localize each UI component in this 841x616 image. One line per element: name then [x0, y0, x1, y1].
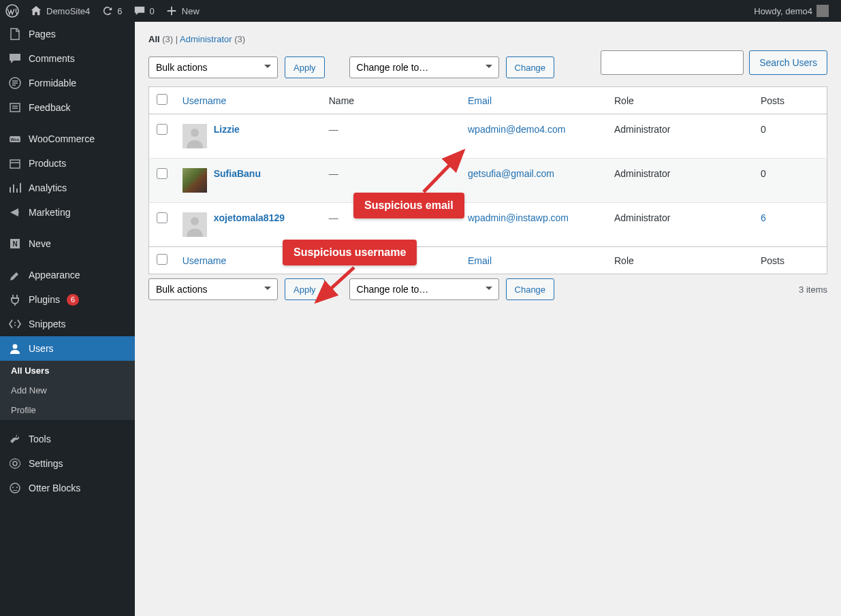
- role-cell: Administrator: [607, 159, 754, 203]
- sidebar-item-snippets[interactable]: Snippets: [0, 312, 135, 336]
- admin-toolbar: DemoSite4 6 0 New Howdy, demo4: [0, 0, 841, 22]
- username-link[interactable]: xojetomala8129: [214, 212, 285, 223]
- wordpress-icon: [5, 4, 19, 18]
- sidebar-item-plugins[interactable]: Plugins6: [0, 287, 135, 312]
- svg-text:Woo: Woo: [11, 137, 20, 142]
- site-name: DemoSite4: [46, 6, 90, 16]
- avatar: [183, 124, 207, 148]
- sidebar-item-otter-blocks[interactable]: Otter Blocks: [0, 476, 135, 500]
- change-role-select-bottom[interactable]: Change role to…: [349, 278, 499, 300]
- updates-count: 6: [117, 6, 122, 16]
- sidebar-item-feedback[interactable]: Feedback: [0, 95, 135, 120]
- otter-icon: [8, 481, 22, 495]
- neve-icon: N: [8, 237, 22, 250]
- col-username-foot[interactable]: Username: [183, 255, 227, 266]
- sidebar-item-neve[interactable]: NNeve: [0, 231, 135, 256]
- woo-icon: Woo: [8, 132, 22, 146]
- search-users-button[interactable]: Search Users: [749, 50, 827, 75]
- howdy-text: Howdy, demo4: [754, 6, 812, 16]
- sidebar-item-pages[interactable]: Pages: [0, 22, 135, 46]
- select-all-checkbox[interactable]: [157, 94, 168, 105]
- submenu-all-users[interactable]: All Users: [0, 361, 135, 380]
- avatar-icon: [816, 5, 829, 17]
- new-link[interactable]: New: [160, 0, 205, 22]
- sidebar-item-comments[interactable]: Comments: [0, 46, 135, 71]
- svg-point-13: [12, 487, 14, 488]
- col-posts: Posts: [754, 87, 827, 114]
- row-checkbox[interactable]: [157, 212, 168, 223]
- sidebar-item-settings[interactable]: Settings: [0, 451, 135, 476]
- site-link[interactable]: DemoSite4: [25, 0, 95, 22]
- main-content: Search Users All (3) | Administrator (3)…: [135, 22, 841, 616]
- sidebar-item-label: Feedback: [29, 102, 70, 113]
- submenu-profile[interactable]: Profile: [0, 400, 135, 420]
- filter-administrator[interactable]: Administrator (3): [180, 34, 245, 44]
- updates-link[interactable]: 6: [95, 0, 127, 22]
- name-cell: —: [329, 212, 338, 223]
- users-icon: [8, 342, 22, 355]
- pages-icon: [8, 27, 22, 41]
- sidebar-item-marketing[interactable]: Marketing: [0, 200, 135, 225]
- col-email[interactable]: Email: [468, 95, 492, 106]
- wp-logo[interactable]: [0, 0, 25, 22]
- select-all-checkbox-bottom[interactable]: [157, 254, 168, 265]
- sidebar-item-label: Tools: [29, 434, 51, 444]
- callout-suspicious-email: Suspicious email: [353, 193, 464, 218]
- username-link[interactable]: SufiaBanu: [214, 168, 261, 179]
- col-username[interactable]: Username: [183, 95, 227, 106]
- comment-icon: [8, 52, 22, 65]
- filter-all[interactable]: All (3): [148, 34, 173, 44]
- svg-point-12: [10, 483, 20, 493]
- posts-link[interactable]: 6: [761, 212, 766, 223]
- sidebar-item-analytics[interactable]: Analytics: [0, 176, 135, 200]
- svg-point-11: [13, 461, 17, 466]
- analytics-icon: [8, 181, 22, 195]
- row-checkbox[interactable]: [157, 168, 168, 179]
- table-row: Lizzie—wpadmin@demo4.comAdministrator0: [149, 114, 827, 159]
- avatar: [183, 212, 207, 237]
- sidebar-item-tools[interactable]: Tools: [0, 427, 135, 451]
- search-users-form: Search Users: [601, 50, 827, 75]
- sidebar-item-users[interactable]: Users: [0, 336, 135, 361]
- submenu-add-new[interactable]: Add New: [0, 380, 135, 400]
- col-role: Role: [607, 87, 754, 114]
- email-link[interactable]: wpadmin@demo4.com: [468, 124, 565, 135]
- col-name: Name: [322, 87, 461, 114]
- name-cell: —: [329, 124, 338, 135]
- sidebar-item-label: WooCommerce: [29, 133, 95, 144]
- sidebar-item-label: Neve: [29, 238, 51, 249]
- bulk-actions-select[interactable]: Bulk actions: [148, 56, 278, 78]
- role-cell: Administrator: [607, 203, 754, 247]
- svg-rect-5: [10, 160, 20, 168]
- sidebar-item-label: Appearance: [29, 270, 80, 280]
- sidebar-item-label: Formidable: [29, 78, 76, 88]
- col-posts-foot: Posts: [754, 247, 827, 274]
- arrow-email: [415, 144, 477, 195]
- apply-button[interactable]: Apply: [285, 56, 325, 78]
- sidebar-item-appearance[interactable]: Appearance: [0, 263, 135, 287]
- bulk-actions-select-bottom[interactable]: Bulk actions: [148, 278, 278, 300]
- search-input[interactable]: [601, 50, 744, 75]
- email-link[interactable]: getsufia@gmail.com: [468, 168, 554, 179]
- col-role-foot: Role: [607, 247, 754, 274]
- tablenav-bottom: Bulk actions Apply Change role to… Chang…: [148, 274, 827, 304]
- sidebar-item-label: Pages: [29, 29, 56, 39]
- email-link[interactable]: wpadmin@instawp.com: [468, 212, 569, 223]
- user-filter-links: All (3) | Administrator (3): [148, 29, 827, 52]
- username-link[interactable]: Lizzie: [214, 124, 240, 135]
- svg-point-14: [16, 487, 18, 488]
- change-button-bottom[interactable]: Change: [506, 278, 555, 300]
- sidebar-item-formidable[interactable]: Formidable: [0, 71, 135, 95]
- change-role-select[interactable]: Change role to…: [349, 56, 499, 78]
- plus-icon: [165, 5, 178, 17]
- sidebar-item-label: Plugins: [29, 294, 60, 305]
- comments-link[interactable]: 0: [128, 0, 160, 22]
- change-button[interactable]: Change: [506, 56, 555, 78]
- account-link[interactable]: Howdy, demo4: [748, 0, 834, 22]
- row-checkbox[interactable]: [157, 124, 168, 135]
- sidebar-item-products[interactable]: Products: [0, 151, 135, 176]
- sidebar-item-label: Settings: [29, 458, 63, 469]
- col-email-foot[interactable]: Email: [468, 255, 492, 266]
- sidebar-item-woocommerce[interactable]: WooWooCommerce: [0, 127, 135, 151]
- comments-count: 0: [150, 6, 155, 16]
